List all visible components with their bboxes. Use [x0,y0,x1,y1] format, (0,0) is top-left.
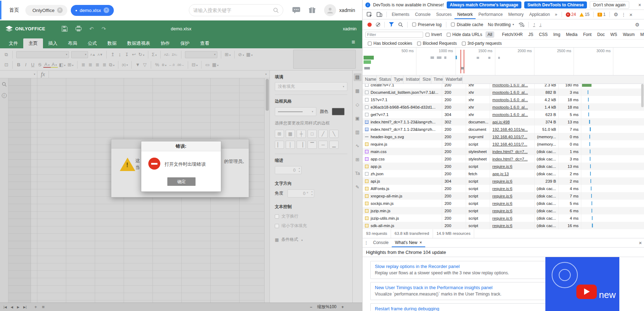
fill-dropdown[interactable]: 没有填充 [275,82,347,91]
throttling-dropdown[interactable]: No throttling [488,22,515,27]
textart-settings-icon[interactable]: Ta [354,170,361,177]
warning-badge[interactable]: 15 [578,12,591,17]
drawer-close-icon[interactable]: × [637,240,644,246]
strikethrough-icon[interactable]: S [36,62,43,67]
close-icon[interactable]: × [57,7,63,13]
table-template-icon[interactable]: ▦ [211,62,219,67]
sheet-list-icon[interactable]: ≡ [42,304,45,310]
format-as-table-icon[interactable]: ▦ [245,52,254,57]
highlight-color-icon[interactable]: A [51,62,58,68]
font-name-dropdown[interactable] [16,51,69,58]
insert-cells-icon[interactable]: ⊞ [224,52,232,57]
error-dialog-title[interactable]: 错误: [141,141,221,151]
angle-stepper[interactable]: 0 ° [287,189,314,197]
devtools-tab[interactable]: Elements [389,10,412,19]
initiator-link[interactable]: index.html?_dc=7... [493,157,528,161]
menu-tab[interactable]: 协作 [155,38,175,48]
network-request-row[interactable]: api.js 304 script require.js:6 239 B 2 m… [363,177,644,185]
justify-icon[interactable]: ≣ [101,62,108,67]
menu-tab[interactable]: 数据 [102,38,122,48]
clear-filter-icon[interactable]: ▽ [141,62,148,67]
more-tabs-icon[interactable]: » [553,12,559,17]
menu-tab[interactable]: 数据透视表 [122,38,155,48]
border-preset-button[interactable]: ╲ [329,130,339,138]
shape-settings-icon[interactable]: ◇ [354,101,361,109]
initiator-link[interactable]: index.html?_dc=7... [493,150,528,154]
copy-icon[interactable]: ⧉ [3,52,10,57]
cell-settings-icon[interactable]: ▤ [354,73,361,81]
chat-icon[interactable] [292,7,300,13]
align-top-icon[interactable]: ↥ [109,52,116,57]
menu-tab[interactable]: 主页 [23,38,43,48]
sheet-nav-icon[interactable]: ▶| [23,305,26,309]
devtools-tab[interactable]: Sources [433,10,454,19]
initiator-link[interactable]: require.js:6 [493,187,513,191]
portal-tab[interactable]: OnlyOffice × [25,5,67,16]
network-check[interactable]: Has blocked cookies [368,41,412,46]
network-request-row[interactable]: app.css 200 stylesheet index.html?_dc=7.… [363,155,644,163]
initiator-link[interactable]: require.js:6 [493,194,513,198]
network-request-row[interactable]: xregexp-all-min.js 200 script require.js… [363,192,644,200]
filter-chip[interactable]: CSS [537,31,550,38]
panel-checkbox[interactable]: 文字换行 [275,213,347,219]
filter-chip[interactable]: Wasm [621,31,637,38]
initiator-link[interactable]: require.js:6 [493,216,513,220]
zoom-in-icon[interactable]: + [341,305,344,310]
autosum-icon[interactable]: Σ [151,52,158,57]
increase-decimal-icon[interactable]: .00→ [175,63,185,67]
network-check[interactable]: 3rd-party requests [462,41,502,46]
initiator-link[interactable]: mootools-1.6.0_al... [493,84,528,87]
device-toolbar-icon[interactable] [377,12,382,17]
increase-font-icon[interactable]: A▲ [89,53,97,56]
column-header[interactable]: Initiator [403,75,420,84]
network-request-row[interactable]: sdk-all-min.js 200 script require.js:6 (… [363,222,644,229]
font-size-dropdown[interactable] [71,51,88,58]
initiator-link[interactable]: require.js:6 [493,201,513,206]
avatar[interactable] [324,4,336,16]
network-request-row[interactable]: index.html?_dc=7.1.1-23&lang=zh... 200 d… [363,126,644,133]
invert-checkbox[interactable]: Invert [426,32,442,37]
orientation-icon[interactable]: ↻ [137,52,145,57]
network-filter-input[interactable] [365,32,423,38]
export-har-icon[interactable]: ↓ [539,23,541,27]
initiator-link[interactable]: api.js:498 [493,120,510,124]
sparkline-settings-icon[interactable]: ∿ [354,142,361,150]
conditional-format-button[interactable]: ▦ 条件格式 [275,237,347,243]
currency-style-icon[interactable]: ¤ [161,62,168,67]
devtools-tab[interactable]: Console [412,10,433,19]
border-preset-button[interactable]: ┼ [297,130,306,138]
redo-icon[interactable]: ↷ [101,26,106,32]
panel-checkbox[interactable]: 缩小字体填充 [275,223,347,229]
filter-chip[interactable]: WS [608,31,619,38]
clear-icon[interactable]: ⊘ [237,52,245,57]
network-request-row[interactable]: 15?v=7.1 200 xhr mootools-1.6.0_al... 4.… [363,96,644,103]
initiator-link[interactable]: require.js:6 [493,209,513,213]
initiator-link[interactable]: 192.168.40.101/7... [493,142,527,146]
network-search-icon[interactable] [398,22,403,27]
search-input[interactable] [193,8,273,13]
filter-chip[interactable]: Font [581,31,594,38]
undo-icon[interactable]: ↶ [89,26,94,32]
network-request-row[interactable]: index.html?_dc=7.1.1-23&lang=zh... 302 d… [363,118,644,126]
filter-chip[interactable]: Manifest [638,31,644,38]
home-link[interactable]: 首页 [9,7,19,13]
import-har-icon[interactable]: ↑ [533,23,535,27]
menu-tab[interactable]: 公式 [82,38,102,48]
decrease-font-icon[interactable]: A▼ [97,53,104,56]
print-icon[interactable] [75,26,82,32]
dont-show-again-button[interactable]: Don't show again [590,1,629,9]
column-header[interactable]: Waterfall [443,75,463,84]
filter-funnel-icon[interactable] [389,22,394,27]
formula-expand-icon[interactable]: ▾ [265,73,270,76]
menu-tab[interactable]: 插入 [43,38,63,48]
hide-data-urls-checkbox[interactable]: Hide data URLs [447,32,482,37]
table-settings-icon[interactable]: ▦ [354,87,361,95]
indent-stepper[interactable]: 0 [275,166,302,174]
border-preset-button[interactable]: │ [286,141,295,149]
initiator-link[interactable]: mootools-1.6.0_al... [493,98,528,102]
border-preset-button[interactable]: ▏ [275,141,284,149]
align-right-icon[interactable]: ≣ [94,62,101,67]
column-header[interactable]: Name [363,75,377,84]
network-settings-gear-icon[interactable]: ⚙ [633,22,641,28]
video-thumbnail[interactable]: new [545,257,619,311]
